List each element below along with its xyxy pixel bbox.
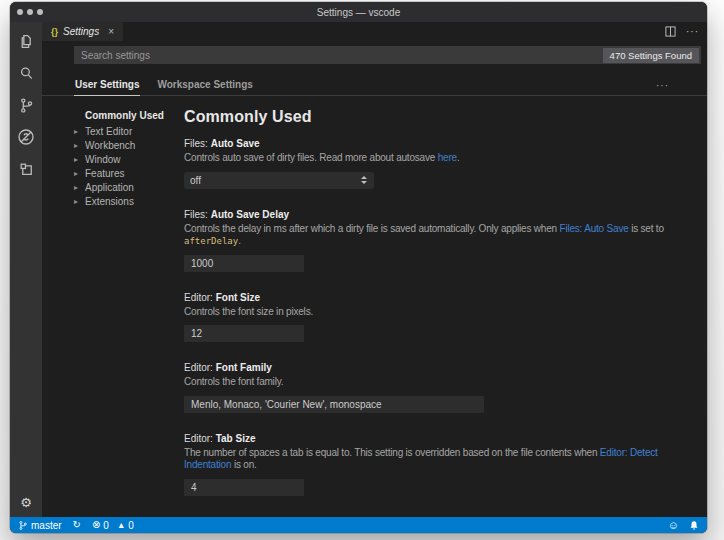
editor-font-size-input[interactable] — [184, 325, 304, 342]
chevron-right-icon: ▸ — [72, 141, 85, 150]
sync-icon: ↻ — [73, 520, 81, 530]
setting-editor-tab-size: Editor: Tab SizeThe number of spaces a t… — [184, 433, 666, 496]
files-auto-save-select[interactable]: off — [184, 172, 374, 189]
files-auto-save-delay-input[interactable] — [184, 255, 304, 272]
settings-gear-icon[interactable]: ⚙ — [20, 496, 32, 509]
tab-user-settings[interactable]: User Settings — [74, 75, 140, 95]
editor-area: {} Settings × ··· 470 Sett — [42, 22, 707, 517]
setting-label: Editor: Font Size — [184, 292, 666, 303]
tab-label: Settings — [63, 26, 99, 37]
settings-search-box: 470 Settings Found — [74, 46, 701, 64]
settings-body: Commonly Used ▸Text Editor▸Workbench▸Win… — [42, 96, 707, 517]
tab-settings[interactable]: {} Settings × — [42, 22, 123, 41]
setting-code-value: afterDelay — [184, 236, 238, 246]
setting-files-auto-save-delay: Files: Auto Save DelayControls the delay… — [184, 209, 666, 272]
toc-item-features[interactable]: ▸Features — [72, 166, 184, 180]
toc-item-label: Extensions — [85, 196, 134, 207]
problems-status[interactable]: ⊗ 0 ▲ 0 — [92, 520, 134, 531]
setting-description: Controls the delay in ms after which a d… — [184, 223, 666, 248]
json-braces-icon: {} — [51, 27, 58, 37]
setting-description: The number of spaces a tab is equal to. … — [184, 447, 666, 472]
sync-status[interactable]: ↻ — [73, 520, 81, 530]
split-editor-icon[interactable] — [665, 23, 676, 41]
chevron-right-icon: ▸ — [72, 127, 85, 136]
close-tab-icon[interactable]: × — [108, 26, 114, 37]
git-branch-icon — [18, 520, 28, 531]
chevron-right-icon: ▸ — [72, 197, 85, 206]
editor-tab-size-input[interactable] — [184, 479, 304, 496]
settings-section-heading: Commonly Used — [184, 108, 697, 126]
desktop: Settings — vscode — [0, 0, 724, 540]
notifications-bell-icon[interactable] — [689, 520, 699, 531]
setting-description: Controls the font family. — [184, 376, 666, 389]
title-bar: Settings — vscode — [10, 2, 707, 22]
toc-item-label: Features — [85, 168, 124, 179]
errors-icon: ⊗ — [92, 520, 100, 530]
setting-editor-font-family: Editor: Font FamilyControls the font fam… — [184, 362, 666, 413]
minimize-window-icon[interactable] — [27, 9, 33, 15]
error-count: 0 — [103, 520, 109, 531]
setting-description: Controls auto save of dirty files. Read … — [184, 152, 666, 165]
close-window-icon[interactable] — [17, 9, 23, 15]
search-input[interactable] — [74, 50, 603, 61]
toc-item-label: Window — [85, 154, 121, 165]
status-bar: master ↻ ⊗ 0 ▲ 0 ☺ — [10, 517, 707, 533]
activity-bar: ⚙ — [10, 22, 42, 517]
settings-more-actions-icon[interactable]: ··· — [656, 80, 669, 95]
warnings-icon: ▲ — [117, 521, 125, 530]
select-arrows-icon — [361, 176, 367, 184]
window-title: Settings — vscode — [10, 7, 707, 18]
setting-description: Controls the font size in pixels. — [184, 306, 666, 319]
debug-icon[interactable] — [15, 126, 37, 148]
settings-search-row: 470 Settings Found — [42, 41, 707, 69]
setting-link[interactable]: here — [438, 152, 457, 163]
toc-item-label: Text Editor — [85, 126, 132, 137]
select-value: off — [190, 175, 361, 186]
chevron-right-icon: ▸ — [72, 169, 85, 178]
branch-status[interactable]: master — [18, 520, 62, 531]
toc-item-workbench[interactable]: ▸Workbench — [72, 138, 184, 152]
settings-toc: Commonly Used ▸Text Editor▸Workbench▸Win… — [42, 108, 184, 517]
toc-item-commonly-used[interactable]: Commonly Used — [72, 108, 184, 124]
traffic-lights — [17, 9, 43, 15]
editor-actions: ··· — [665, 22, 707, 41]
setting-label: Editor: Font Family — [184, 362, 666, 373]
toc-item-application[interactable]: ▸Application — [72, 180, 184, 194]
setting-label: Editor: Tab Size — [184, 433, 666, 444]
tab-bar: {} Settings × ··· — [42, 22, 707, 41]
settings-count-badge: 470 Settings Found — [603, 48, 699, 63]
explorer-icon[interactable] — [15, 30, 37, 52]
setting-label: Files: Auto Save Delay — [184, 209, 666, 220]
setting-editor-font-size: Editor: Font SizeControls the font size … — [184, 292, 666, 343]
tab-workspace-settings[interactable]: Workspace Settings — [156, 75, 253, 95]
editor-font-family-input[interactable] — [184, 396, 484, 413]
toc-item-label: Application — [85, 182, 134, 193]
zoom-window-icon[interactable] — [37, 9, 43, 15]
toc-item-label: Workbench — [85, 140, 135, 151]
search-icon[interactable] — [15, 62, 37, 84]
toc-item-text-editor[interactable]: ▸Text Editor — [72, 124, 184, 138]
chevron-right-icon: ▸ — [72, 155, 85, 164]
setting-files-auto-save: Files: Auto SaveControls auto save of di… — [184, 138, 666, 189]
chevron-right-icon: ▸ — [72, 183, 85, 192]
setting-label: Files: Auto Save — [184, 138, 666, 149]
settings-scope-tabs: User Settings Workspace Settings ··· — [42, 69, 707, 96]
setting-link[interactable]: Files: Auto Save — [559, 223, 628, 234]
branch-name: master — [31, 520, 62, 531]
settings-list: Commonly Used Files: Auto SaveControls a… — [184, 108, 707, 517]
extensions-icon[interactable] — [15, 158, 37, 180]
toc-item-window[interactable]: ▸Window — [72, 152, 184, 166]
source-control-icon[interactable] — [15, 94, 37, 116]
more-actions-icon[interactable]: ··· — [686, 26, 699, 37]
feedback-smiley-icon[interactable]: ☺ — [668, 520, 679, 531]
warning-count: 0 — [128, 520, 134, 531]
toc-item-extensions[interactable]: ▸Extensions — [72, 194, 184, 208]
vscode-window: Settings — vscode — [10, 2, 707, 533]
